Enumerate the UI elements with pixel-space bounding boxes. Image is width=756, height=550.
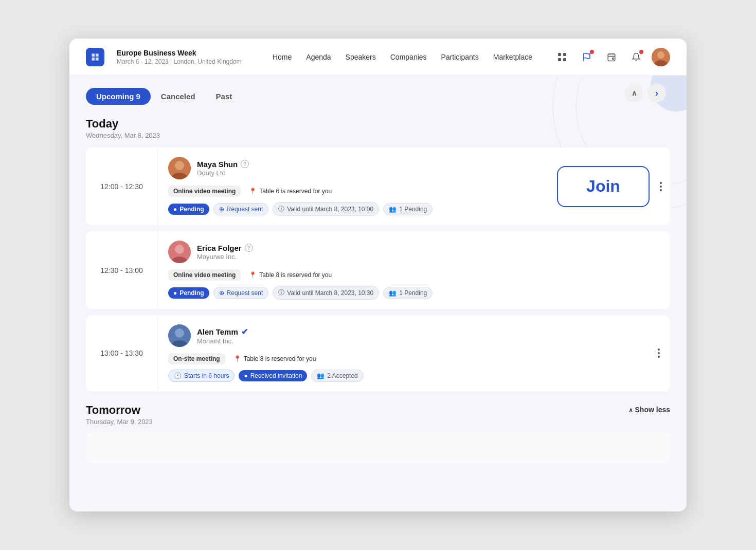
svg-point-17 [175, 161, 184, 170]
header: Europe Business Week March 6 - 12, 2023 … [69, 39, 687, 76]
meeting-person-3: Alen Temm ✔ Monaiht Inc. [168, 324, 660, 347]
meeting-person-2: Erica Folger ? Moyurwe Inc. [168, 241, 660, 263]
clock-icon-2: ⓘ [278, 288, 284, 297]
tag-accepted-3: 👥 2 Accepted [311, 370, 363, 382]
content-area: Upcoming 9 Canceled Past Today Wednesday… [69, 76, 687, 511]
logo-icon [90, 52, 100, 62]
meeting-time-1: 12:00 - 12:30 [86, 148, 158, 225]
participants-icon-2: 👥 [389, 289, 397, 297]
person-name-3: Alen Temm ✔ [197, 327, 248, 337]
join-area-1: Join [536, 148, 670, 225]
svg-point-23 [175, 328, 184, 338]
nav-participants[interactable]: Participants [441, 53, 479, 61]
scroll-down-button[interactable]: › [647, 84, 666, 102]
flag-badge [590, 50, 594, 54]
tab-bar: Upcoming 9 Canceled Past [86, 88, 670, 105]
person-company-2: Moyurwe Inc. [197, 253, 253, 261]
tag-pending-2: ● Pending [168, 287, 209, 299]
meeting-info-3: Alen Temm ✔ Monaiht Inc. On-site meeting… [158, 315, 670, 391]
svg-rect-0 [558, 53, 561, 56]
user-avatar[interactable] [652, 48, 670, 66]
tag-starts-3: 🕐 Starts in 6 hours [168, 370, 235, 382]
tomorrow-header-left: Tomorrow Thursday, Mar 9, 2023 [86, 404, 153, 426]
grid-icon [557, 52, 567, 62]
grid-icon-button[interactable] [553, 48, 571, 66]
bell-icon [632, 52, 641, 62]
person-name-1: Maya Shun ? [197, 160, 249, 169]
clock-icon-3: 🕐 [174, 372, 182, 379]
tab-past[interactable]: Past [206, 88, 243, 105]
meeting-meta-2: Online video meeting 📍 Table 8 is reserv… [168, 269, 660, 281]
meeting-time-3: 13:00 - 13:30 [86, 315, 158, 391]
svg-rect-2 [558, 58, 561, 61]
tag-pending-1: ● Pending [168, 204, 209, 215]
meeting-person-1: Maya Shun ? Douty Ltd [168, 157, 526, 179]
meeting-type-badge-1: Online video meeting [168, 186, 241, 197]
svg-point-11 [657, 51, 664, 59]
brand-info: Europe Business Week March 6 - 12, 2023 … [117, 49, 242, 65]
show-less-button[interactable]: Show less [628, 406, 670, 414]
tag-valid-2: ⓘ Valid until March 8, 2023, 10:30 [273, 286, 379, 300]
nav-companies[interactable]: Companies [390, 53, 427, 61]
meeting-type-badge-2: Online video meeting [168, 269, 241, 281]
meeting-card-2: 12:30 - 13:00 Erica Folger [86, 231, 670, 309]
meeting-table-1: 📍 Table 6 is reserved for you [249, 188, 332, 195]
person-name-2: Erica Folger ? [197, 244, 253, 252]
tag-request-1: ⊕ Request sent [213, 203, 269, 215]
received-icon-3: ● [244, 372, 247, 379]
join-button-1[interactable]: Join [557, 166, 650, 207]
bell-badge [639, 50, 643, 54]
person-avatar-maya [168, 157, 191, 179]
nav-home[interactable]: Home [273, 53, 292, 61]
person-company-3: Monaiht Inc. [197, 337, 248, 345]
flag-icon-button[interactable] [578, 48, 596, 66]
nav-marketplace[interactable]: Marketplace [493, 53, 532, 61]
svg-rect-5 [608, 54, 615, 61]
meeting-tags-1: ● Pending ⊕ Request sent ⓘ Valid until M… [168, 202, 526, 216]
person-help-icon-1[interactable]: ? [241, 160, 249, 168]
brand-subtitle: March 6 - 12, 2023 | London, United King… [117, 58, 242, 65]
pin-icon-1: 📍 [249, 188, 257, 195]
tab-upcoming[interactable]: Upcoming 9 [86, 88, 151, 105]
svg-point-20 [175, 245, 184, 254]
svg-rect-1 [563, 53, 566, 56]
tag-request-2: ⊕ Request sent [213, 287, 269, 299]
bell-icon-button[interactable] [627, 48, 645, 66]
calendar-icon-button[interactable] [602, 48, 621, 66]
meeting-type-badge-3: On-site meeting [168, 353, 225, 364]
nav-speakers[interactable]: Speakers [346, 53, 376, 61]
person-details-3: Alen Temm ✔ Monaiht Inc. [197, 327, 248, 345]
person-details-1: Maya Shun ? Douty Ltd [197, 160, 249, 177]
calendar-icon [607, 52, 616, 62]
meeting-time-2: 12:30 - 13:00 [86, 231, 158, 309]
meeting-info-2: Erica Folger ? Moyurwe Inc. Online video… [158, 231, 670, 309]
participants-icon-1: 👥 [389, 206, 397, 213]
brand-name: Europe Business Week [117, 49, 242, 57]
person-details-2: Erica Folger ? Moyurwe Inc. [197, 244, 253, 261]
person-help-icon-2[interactable]: ? [245, 244, 253, 252]
request-icon-2: ⊕ [219, 289, 224, 297]
tomorrow-title: Tomorrow [86, 404, 153, 417]
tag-participants-2: 👥 1 Pending [383, 287, 433, 299]
tag-valid-1: ⓘ Valid until March 8, 2023, 10:00 [273, 202, 379, 216]
card-menu-button-3[interactable] [656, 346, 662, 360]
person-avatar-erica [168, 241, 191, 263]
more-menu-icon-1[interactable] [660, 182, 662, 191]
app-logo[interactable] [86, 48, 104, 66]
app-window: Europe Business Week March 6 - 12, 2023 … [69, 39, 687, 511]
meeting-card-3: 13:00 - 13:30 Alen Temm [86, 315, 670, 391]
svg-rect-3 [563, 58, 566, 61]
tomorrow-section: Tomorrow Thursday, Mar 9, 2023 Show less [86, 404, 670, 463]
meeting-card-1: 12:00 - 12:30 Maya Shun [86, 148, 670, 225]
tomorrow-section-header: Tomorrow Thursday, Mar 9, 2023 Show less [86, 404, 670, 426]
scroll-up-button[interactable]: ∧ [625, 84, 643, 102]
nav-agenda[interactable]: Agenda [306, 53, 331, 61]
tag-participants-1: 👥 1 Pending [383, 203, 433, 215]
meeting-meta-3: On-site meeting 📍 Table 8 is reserved fo… [168, 353, 660, 364]
meeting-info-1: Maya Shun ? Douty Ltd Online video meeti… [158, 148, 536, 225]
verified-icon-3: ✔ [241, 327, 248, 337]
tomorrow-date: Thursday, Mar 9, 2023 [86, 418, 153, 426]
scroll-controls: ∧ › [625, 84, 666, 102]
pending-icon-2: ● [173, 289, 177, 297]
tab-canceled[interactable]: Canceled [151, 88, 206, 105]
